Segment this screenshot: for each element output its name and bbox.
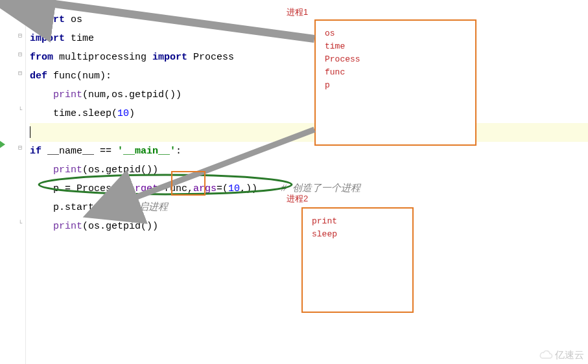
code-line: import time [30, 29, 588, 48]
annotation-label-2: 进程2 [287, 193, 308, 205]
code-editor: ⊟ ⊟ ⊟ ⊟ └ ⊟ └ import os import time from… [0, 0, 588, 364]
code-line: print(num,os.getpid()) [30, 85, 588, 104]
code-line: from multiprocessing import Process [30, 48, 588, 67]
annotation-label-1: 进程1 [287, 6, 308, 18]
annotation-item: func [325, 66, 466, 79]
annotation-item: os [325, 27, 466, 40]
code-line-active [30, 123, 588, 142]
code-line: print(os.getpid()) [30, 161, 588, 179]
highlight-rect [171, 171, 206, 196]
gutter: ⊟ ⊟ ⊟ ⊟ └ ⊟ └ [0, 0, 26, 364]
fold-end-icon: └ [18, 107, 25, 113]
code-line: def func(num): [30, 67, 588, 85]
fold-icon[interactable]: ⊟ [18, 51, 25, 57]
annotation-box-2: print sleep [301, 207, 414, 313]
fold-icon[interactable]: ⊟ [18, 144, 25, 150]
annotation-item: Process [325, 53, 466, 66]
code-line: if __name__ == '__main__': [30, 142, 588, 161]
fold-icon[interactable]: ⊟ [18, 13, 25, 19]
watermark: 亿速云 [539, 349, 584, 361]
fold-icon[interactable]: ⊟ [18, 69, 25, 76]
annotation-item: time [325, 40, 466, 53]
cloud-icon [539, 350, 553, 361]
annotation-item: sleep [312, 228, 403, 241]
annotation-item: p [325, 79, 466, 92]
annotation-item: print [312, 215, 403, 228]
fold-icon[interactable]: ⊟ [18, 32, 25, 38]
code-line: time.sleep(10) [30, 104, 588, 123]
caret-icon [30, 126, 30, 138]
annotation-box-1: os time Process func p [314, 19, 476, 146]
watermark-text: 亿速云 [555, 349, 584, 361]
code-line: import os [30, 10, 588, 29]
code-line: p = Process(target=func,args=(10,)) # 创造… [30, 179, 588, 198]
run-marker-icon[interactable] [0, 140, 5, 149]
fold-end-icon: └ [18, 220, 25, 227]
